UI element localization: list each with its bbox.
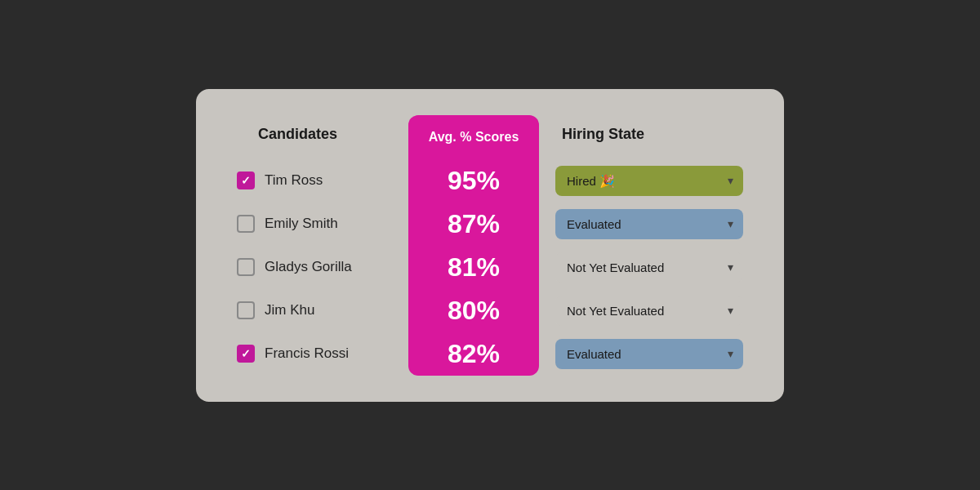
candidate-name-jim-khu: Jim Khu	[265, 302, 314, 318]
hiring-jim-khu: Not Yet Evaluated Hired 🎉 Evaluated ▾	[539, 289, 760, 332]
hiring-dropdown-tim-ross[interactable]: Hired 🎉 Evaluated Not Yet Evaluated ▾	[555, 166, 743, 196]
hiring-dropdown-emily-smith[interactable]: Evaluated Hired 🎉 Not Yet Evaluated ▾	[555, 209, 743, 239]
hiring-gladys-gorilla: Not Yet Evaluated Hired 🎉 Evaluated ▾	[539, 246, 760, 289]
candidate-name-francis-rossi: Francis Rossi	[265, 345, 349, 362]
candidates-table: Candidates Avg. % Scores Hiring State Ti…	[229, 115, 751, 376]
candidate-row-jim-khu: Jim Khu	[229, 289, 408, 332]
hiring-column-header: Hiring State	[539, 115, 760, 159]
checkbox-gladys-gorilla[interactable]	[237, 258, 255, 276]
hiring-dropdown-gladys-gorilla[interactable]: Not Yet Evaluated Hired 🎉 Evaluated ▾	[555, 252, 743, 283]
candidate-name-gladys-gorilla: Gladys Gorilla	[265, 259, 352, 275]
candidate-row-gladys-gorilla: Gladys Gorilla	[229, 246, 408, 289]
score-emily-smith: 87%	[408, 203, 539, 246]
hiring-dropdown-jim-khu[interactable]: Not Yet Evaluated Hired 🎉 Evaluated ▾	[555, 296, 743, 326]
hiring-francis-rossi: Evaluated Hired 🎉 Not Yet Evaluated ▾	[539, 332, 760, 376]
candidate-row-emily-smith: Emily Smith	[229, 203, 408, 246]
candidate-name-tim-ross: Tim Ross	[265, 172, 323, 189]
candidates-column-header: Candidates	[229, 115, 408, 159]
score-tim-ross: 95%	[408, 159, 539, 203]
checkbox-tim-ross[interactable]	[237, 172, 255, 189]
main-card: Candidates Avg. % Scores Hiring State Ti…	[196, 89, 784, 402]
scores-column-header: Avg. % Scores	[408, 115, 539, 159]
score-francis-rossi: 82%	[408, 332, 539, 376]
checkbox-francis-rossi[interactable]	[237, 345, 255, 363]
candidate-name-emily-smith: Emily Smith	[265, 216, 338, 232]
candidate-row-tim-ross: Tim Ross	[229, 159, 408, 203]
checkbox-jim-khu[interactable]	[237, 301, 255, 319]
hiring-emily-smith: Evaluated Hired 🎉 Not Yet Evaluated ▾	[539, 203, 760, 246]
hiring-dropdown-francis-rossi[interactable]: Evaluated Hired 🎉 Not Yet Evaluated ▾	[555, 339, 743, 369]
score-gladys-gorilla: 81%	[408, 246, 539, 289]
hiring-tim-ross: Hired 🎉 Evaluated Not Yet Evaluated ▾	[539, 159, 760, 203]
score-jim-khu: 80%	[408, 289, 539, 332]
candidate-row-francis-rossi: Francis Rossi	[229, 332, 408, 376]
checkbox-emily-smith[interactable]	[237, 215, 255, 233]
